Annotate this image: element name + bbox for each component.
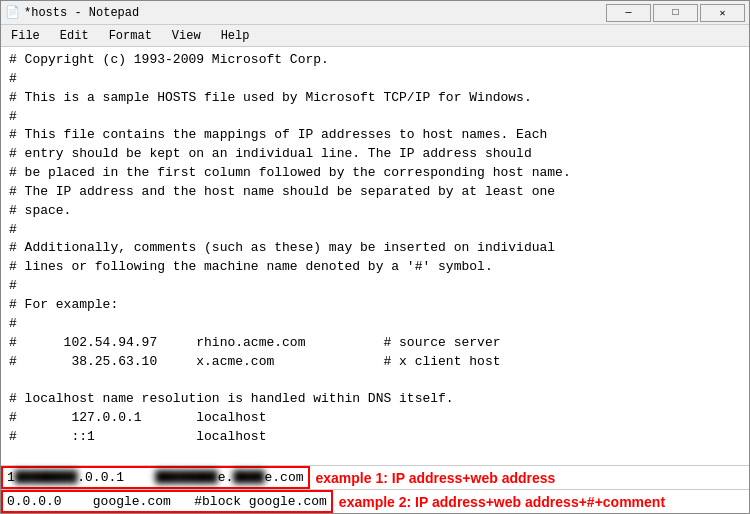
title-bar: 📄 *hosts - Notepad — □ ✕ (1, 1, 749, 25)
line-8: # The IP address and the host name shoul… (9, 183, 741, 202)
window-controls: — □ ✕ (606, 4, 745, 22)
line-2: # (9, 70, 741, 89)
menu-edit[interactable]: Edit (54, 27, 95, 45)
menu-view[interactable]: View (166, 27, 207, 45)
menu-file[interactable]: File (5, 27, 46, 45)
notepad-icon: 📄 (5, 5, 20, 20)
line-5: # This file contains the mappings of IP … (9, 126, 741, 145)
example2-row: 0.0.0.0 google.com #block google.com exa… (1, 489, 749, 513)
notepad-window: 📄 *hosts - Notepad — □ ✕ File Edit Forma… (0, 0, 750, 514)
line-17: # 38.25.63.10 x.acme.com # x client host (9, 353, 741, 372)
content-area: # Copyright (c) 1993-2009 Microsoft Corp… (1, 47, 749, 513)
title-bar-left: 📄 *hosts - Notepad (5, 5, 139, 20)
line-14: # For example: (9, 296, 741, 315)
example1-blurred2: ████████ (155, 470, 217, 485)
line-20: # 127.0.0.1 localhost (9, 409, 741, 428)
example1-blurred3: ████ (233, 470, 264, 485)
line-15: # (9, 315, 741, 334)
example1-row: 1████████.0.0.1 ████████e.████e.com exam… (1, 465, 749, 489)
close-button[interactable]: ✕ (700, 4, 745, 22)
example1-blurred1: ████████ (15, 470, 77, 485)
menu-format[interactable]: Format (103, 27, 158, 45)
line-21: # ::1 localhost (9, 428, 741, 447)
example2-content[interactable]: 0.0.0.0 google.com #block google.com (1, 490, 333, 513)
line-16: # 102.54.94.97 rhino.acme.com # source s… (9, 334, 741, 353)
line-3: # This is a sample HOSTS file used by Mi… (9, 89, 741, 108)
maximize-button[interactable]: □ (653, 4, 698, 22)
example2-label: example 2: IP address+web address+#+comm… (333, 490, 671, 513)
line-1: # Copyright (c) 1993-2009 Microsoft Corp… (9, 51, 741, 70)
example1-ip-suffix: .0.0.1 (77, 470, 155, 485)
example1-label: example 1: IP address+web address (310, 466, 562, 489)
example1-domain-suffix: e. (218, 470, 234, 485)
example1-domain-end: e.com (265, 470, 304, 485)
line-12: # lines or following the machine name de… (9, 258, 741, 277)
menu-bar: File Edit Format View Help (1, 25, 749, 47)
line-6: # entry should be kept on an individual … (9, 145, 741, 164)
example1-prefix: 1 (7, 470, 15, 485)
minimize-button[interactable]: — (606, 4, 651, 22)
line-13: # (9, 277, 741, 296)
line-11: # Additionally, comments (such as these)… (9, 239, 741, 258)
menu-help[interactable]: Help (215, 27, 256, 45)
line-19: # localhost name resolution is handled w… (9, 390, 741, 409)
example1-content[interactable]: 1████████.0.0.1 ████████e.████e.com (1, 466, 310, 489)
window-title: *hosts - Notepad (24, 6, 139, 20)
text-area[interactable]: # Copyright (c) 1993-2009 Microsoft Corp… (1, 47, 749, 465)
line-9: # space. (9, 202, 741, 221)
line-18 (9, 371, 741, 390)
line-4: # (9, 108, 741, 127)
line-10: # (9, 221, 741, 240)
line-7: # be placed in the first column followed… (9, 164, 741, 183)
